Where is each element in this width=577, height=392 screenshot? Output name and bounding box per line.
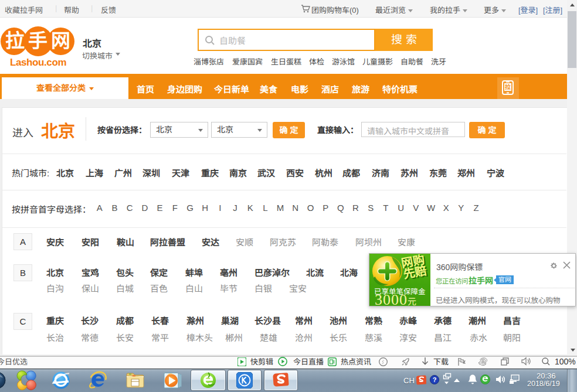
svg-text:?: ?: [433, 376, 437, 383]
svg-text:拉: 拉: [505, 84, 511, 90]
